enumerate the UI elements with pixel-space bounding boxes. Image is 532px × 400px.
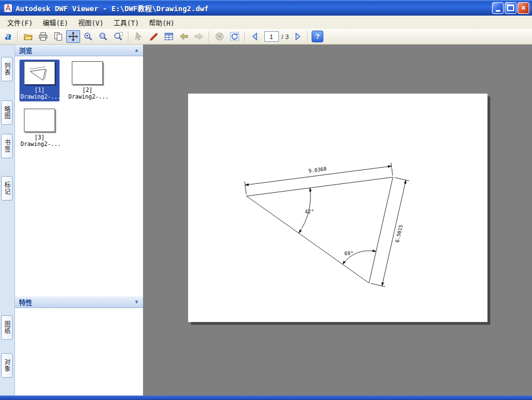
browse-panel-header[interactable]: 浏览 ▲ [15, 45, 143, 56]
previous-page-button[interactable] [248, 30, 262, 43]
menu-item-view[interactable]: 视图(V) [73, 16, 109, 29]
zoom-extents-icon [114, 32, 123, 41]
minimize-button[interactable] [492, 2, 504, 14]
tab-objects[interactable]: 对象 [1, 353, 13, 378]
toolbar: a [0, 29, 532, 45]
help-icon: ? [315, 32, 319, 41]
maximize-button[interactable] [505, 2, 516, 14]
thumbnail-item-3[interactable]: [3] Drawing2-... [19, 107, 60, 149]
thumbnail-item-1[interactable]: [1] Drawing2-... [19, 60, 60, 101]
forward-arrow-icon [194, 32, 204, 41]
tab-sheets[interactable]: 图纸 [1, 315, 13, 340]
zoom-in-button[interactable] [81, 30, 95, 43]
toolbar-separator [307, 31, 308, 42]
sheets-views-button[interactable] [162, 30, 176, 43]
sheets-window-icon [164, 32, 174, 41]
tab-list[interactable]: 列表 [1, 57, 13, 81]
back-arrow-icon [179, 32, 189, 41]
triangle-outline [247, 177, 393, 283]
next-page-icon [293, 32, 302, 41]
navigator-panel: 浏览 ▲ [1] Drawing2-... [2] [15, 45, 144, 396]
zoom-window-button[interactable] [96, 30, 110, 43]
help-button[interactable]: ? [312, 31, 323, 42]
cad-drawing: 9.0368 6.5015 42° 69° [188, 94, 487, 322]
zoom-extents-button[interactable] [111, 30, 125, 43]
thumbnail-label: [2] Drawing2-... [68, 87, 106, 100]
markup-pencil-icon [149, 32, 159, 41]
collapse-down-icon[interactable]: ▼ [134, 299, 139, 305]
tab-bookmarks[interactable]: 书签 [1, 134, 13, 158]
window-controls: × [492, 2, 529, 14]
window-border-bottom [0, 396, 532, 400]
page-number-input[interactable] [264, 31, 279, 42]
drawing-canvas[interactable]: 9.0368 6.5015 42° 69° [144, 45, 532, 396]
titlebar: Autodesk DWF Viewer - E:\DWF教程\Drawing2.… [0, 0, 532, 16]
select-arrow-icon [134, 32, 144, 41]
print-button[interactable] [36, 30, 50, 43]
side-tabstrip: 列表 略图 书签 标记 图纸 对象 [0, 45, 15, 396]
browse-header-label: 浏览 [19, 46, 32, 55]
thumbnail-preview [24, 109, 55, 132]
page-separator: / [282, 33, 283, 40]
zoom-in-icon [83, 32, 93, 41]
properties-panel-body [15, 308, 143, 396]
refresh-icon [230, 32, 239, 41]
properties-header-label: 特性 [19, 297, 32, 307]
printer-icon [38, 32, 48, 41]
menu-item-tools[interactable]: 工具(T) [109, 16, 144, 29]
dim-top-value: 9.0368 [308, 166, 327, 174]
previous-page-icon [250, 32, 260, 41]
maximize-icon [507, 4, 514, 11]
forward-button[interactable] [192, 30, 206, 43]
thumbnail-item-2[interactable]: [2] Drawing2-... [67, 60, 107, 101]
zoom-window-icon [98, 32, 108, 41]
dimension-line-right [382, 180, 406, 286]
close-icon: × [521, 4, 525, 12]
next-page-button[interactable] [290, 30, 304, 43]
markup-button[interactable] [147, 30, 161, 43]
properties-panel-header[interactable]: 特性 ▼ [15, 296, 143, 308]
stop-button[interactable] [213, 30, 226, 43]
toolbar-separator [128, 31, 129, 42]
close-button[interactable]: × [518, 2, 529, 14]
page-total: 3 [285, 33, 289, 40]
back-button[interactable] [177, 30, 191, 43]
angle-left-value: 42° [305, 209, 314, 214]
select-tool-button[interactable] [132, 30, 146, 43]
menubar: 文件(F) 编辑(E) 视图(V) 工具(T) 帮助(H) [0, 16, 532, 30]
drawing-sheet: 9.0368 6.5015 42° 69° [188, 94, 487, 322]
open-button[interactable] [21, 30, 35, 43]
collapse-up-icon[interactable]: ▲ [134, 47, 139, 53]
body-area: 列表 略图 书签 标记 图纸 对象 浏览 ▲ [1] D [0, 45, 532, 396]
thumbnail-label: [1] Drawing2-... [21, 87, 58, 100]
thumbnail-preview [24, 61, 55, 85]
copy-button[interactable] [51, 30, 65, 43]
window-title: Autodesk DWF Viewer - E:\DWF教程\Drawing2.… [16, 3, 492, 13]
app-icon [3, 3, 13, 13]
tab-thumbnails[interactable]: 略图 [1, 100, 13, 125]
pan-tool-button[interactable] [66, 30, 80, 43]
menu-item-help[interactable]: 帮助(H) [144, 16, 180, 29]
app-window: Autodesk DWF Viewer - E:\DWF教程\Drawing2.… [0, 0, 532, 400]
thumbnail-list: [1] Drawing2-... [2] Drawing2-... [3] [15, 56, 143, 296]
dim-right-value: 6.5015 [395, 224, 404, 243]
pan-icon [68, 32, 78, 41]
toolbar-separator [244, 31, 245, 42]
tab-markups[interactable]: 标记 [1, 176, 13, 201]
thumbnail-label: [3] Drawing2-... [21, 134, 58, 148]
thumbnail-preview [72, 61, 103, 85]
stop-icon [215, 32, 224, 41]
minimize-icon [496, 10, 500, 12]
copy-icon [53, 32, 63, 41]
menu-item-edit[interactable]: 编辑(E) [38, 16, 73, 29]
autodesk-logo: a [4, 31, 11, 41]
toolbar-separator [209, 31, 210, 42]
angle-bottom-value: 69° [344, 251, 353, 256]
toolbar-separator [17, 31, 18, 42]
refresh-button[interactable] [228, 30, 242, 43]
open-folder-icon [23, 32, 33, 41]
menu-item-file[interactable]: 文件(F) [2, 16, 38, 29]
mini-drawing [24, 62, 55, 84]
